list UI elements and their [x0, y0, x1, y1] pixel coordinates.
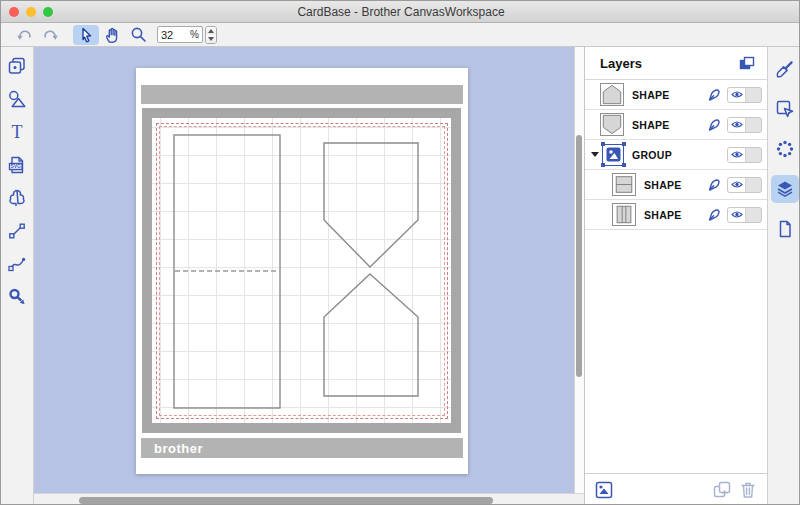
zoom-level-input[interactable] — [161, 29, 185, 41]
visibility-toggle[interactable] — [727, 147, 762, 163]
line-icon — [7, 221, 27, 241]
layer-thumbnail-pentagon-up — [600, 83, 624, 106]
svg-import-icon: SVG — [7, 155, 27, 175]
layer-thumbnail-group — [602, 144, 624, 166]
layer-thumbnail-pentagon-down — [600, 113, 624, 136]
eye-icon — [728, 88, 746, 102]
card-bottom-band: brother — [141, 438, 463, 458]
vertical-scrollbar[interactable] — [574, 47, 584, 493]
stepper-down-icon — [208, 37, 214, 41]
effects-dots-icon — [775, 139, 795, 159]
zoom-stepper — [205, 26, 217, 44]
document-button[interactable] — [769, 209, 800, 249]
layer-row-shape-4[interactable]: SHAPE — [585, 200, 767, 230]
visibility-toggle[interactable] — [727, 87, 762, 103]
hand-icon — [103, 26, 121, 44]
layers-panel-header: Layers — [585, 47, 767, 80]
eye-icon — [728, 208, 746, 222]
hand-tool-button[interactable] — [99, 25, 125, 45]
canvas-area: brother — [34, 47, 584, 505]
horizontal-scrollbar-thumb[interactable] — [79, 497, 493, 504]
layers-icon — [775, 179, 795, 199]
canvas-viewport[interactable]: brother — [34, 47, 574, 493]
zoom-tool-button[interactable] — [125, 25, 151, 45]
layer-label: SHAPE — [632, 89, 670, 101]
pen-icon — [707, 177, 722, 192]
layer-label: SHAPE — [632, 119, 670, 131]
window-title: CardBase - Brother CanvasWorkspace — [1, 1, 800, 23]
layer-thumbnail-rect-hsplit — [612, 173, 636, 196]
text-tool-button[interactable]: T — [1, 115, 33, 148]
disclosure-button[interactable] — [590, 152, 600, 157]
select-tool-button[interactable] — [73, 25, 99, 45]
layer-thumbnail-rect-vsplit — [612, 203, 636, 226]
zoom-unit-label: % — [190, 29, 199, 40]
undo-button[interactable] — [11, 25, 37, 45]
path-edit-icon — [7, 254, 27, 274]
shapes-tool-button[interactable] — [1, 82, 33, 115]
text-icon: T — [7, 122, 27, 142]
svg-text:T: T — [12, 122, 23, 142]
layer-row-group[interactable]: GROUP — [585, 140, 767, 170]
flap-shape-bottom[interactable] — [324, 274, 418, 396]
redo-icon — [42, 27, 59, 43]
pen-icon — [707, 207, 722, 222]
zoom-decrement-button[interactable] — [206, 35, 216, 43]
redo-button[interactable] — [37, 25, 63, 45]
shapes-icon — [7, 89, 27, 109]
collapse-panel-button[interactable] — [737, 54, 757, 72]
effects-button[interactable] — [769, 129, 800, 169]
stepper-up-icon — [208, 29, 214, 33]
edit-pen-button[interactable] — [705, 86, 723, 104]
duplicate-layer-button[interactable] — [711, 479, 733, 501]
delete-layer-button[interactable] — [737, 479, 759, 501]
select-object-button[interactable] — [593, 479, 615, 501]
edit-pen-button[interactable] — [705, 116, 723, 134]
magnifier-icon — [130, 26, 147, 43]
zoom-level-field: % — [157, 26, 203, 43]
collapse-panel-icon — [739, 56, 755, 70]
cutting-mat — [142, 108, 461, 433]
visibility-toggle[interactable] — [727, 117, 762, 133]
card-page: brother — [136, 68, 468, 474]
select-object-icon — [595, 481, 613, 499]
document-icon — [775, 219, 795, 239]
disclosure-triangle-icon — [591, 152, 599, 157]
layer-label: SHAPE — [644, 179, 682, 191]
fill-paint-button[interactable] — [769, 49, 800, 89]
trace-tool-button[interactable] — [1, 280, 33, 313]
path-edit-tool-button[interactable] — [1, 247, 33, 280]
edit-pen-button[interactable] — [705, 176, 723, 194]
clipart-tool-button[interactable] — [1, 181, 33, 214]
layer-label: SHAPE — [644, 209, 682, 221]
line-tool-button[interactable] — [1, 214, 33, 247]
work-grid — [152, 118, 451, 423]
layer-label: GROUP — [632, 149, 672, 161]
vertical-scrollbar-thumb[interactable] — [576, 135, 582, 377]
pen-icon — [707, 87, 722, 102]
eye-icon — [728, 178, 746, 192]
layer-row-shape-3[interactable]: SHAPE — [585, 170, 767, 200]
eye-icon — [728, 118, 746, 132]
flap-shape-top[interactable] — [324, 143, 418, 267]
app-window: CardBase - Brother CanvasWorkspace — [0, 0, 800, 505]
clipart-icon — [7, 188, 27, 208]
edit-object-button[interactable] — [769, 89, 800, 129]
edit-pen-button[interactable] — [705, 206, 723, 224]
trash-icon — [740, 481, 756, 499]
horizontal-scrollbar[interactable] — [34, 493, 584, 505]
select-cursor-icon — [78, 26, 94, 43]
layers-panel-title: Layers — [600, 56, 642, 71]
zoom-increment-button[interactable] — [206, 27, 216, 35]
svg-import-tool-button[interactable]: SVG — [1, 148, 33, 181]
visibility-toggle[interactable] — [727, 177, 762, 193]
layers-button[interactable] — [769, 169, 800, 209]
layers-panel: Layers SHAPE — [584, 47, 767, 505]
duplicate-icon — [713, 481, 731, 499]
artboard-tool-button[interactable] — [1, 49, 33, 82]
layer-row-shape-2[interactable]: SHAPE — [585, 110, 767, 140]
layer-row-shape-1[interactable]: SHAPE — [585, 80, 767, 110]
right-tool-rail — [767, 47, 800, 505]
main-toolbar: % — [1, 23, 800, 47]
visibility-toggle[interactable] — [727, 207, 762, 223]
